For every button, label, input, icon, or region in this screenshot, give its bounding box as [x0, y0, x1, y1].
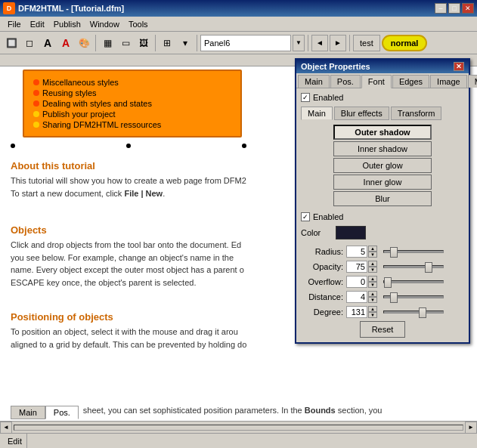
inner-shadow-btn[interactable]: Inner shadow — [333, 141, 432, 156]
tab-pos[interactable]: Pos. — [330, 75, 361, 88]
obj-props-title-text: Object Properties — [301, 62, 370, 71]
menu-publish[interactable]: Publish — [49, 18, 85, 30]
color-row: Color — [301, 226, 464, 239]
overflow-slider-track[interactable] — [383, 280, 444, 283]
effect-tab-blur[interactable]: Blur effects — [334, 107, 389, 120]
opacity-input[interactable] — [346, 261, 367, 273]
bullet-icon — [33, 111, 39, 117]
tab-image[interactable]: Image — [430, 75, 467, 88]
degree-up[interactable]: ▲ — [368, 306, 377, 312]
toolbar-dropdown[interactable]: ▾ — [177, 35, 194, 51]
scroll-right-btn[interactable]: ► — [465, 422, 477, 434]
toolbar-btn-img[interactable]: 🖼 — [135, 35, 152, 51]
main-area: Miscellaneous styles Reusing styles Deal… — [0, 54, 477, 448]
status-edit: Edit — [3, 434, 27, 448]
list-item: Reusing styles — [33, 88, 231, 98]
opacity-slider-track[interactable] — [383, 265, 444, 268]
toolbar-btn-a1[interactable]: A — [39, 35, 56, 51]
props-body: ✓ Enabled Main Blur effects Transform Ou… — [296, 88, 469, 342]
distance-down[interactable]: ▼ — [368, 297, 377, 303]
outer-glow-btn[interactable]: Outer glow — [333, 158, 432, 173]
maximize-button[interactable]: □ — [448, 3, 460, 14]
opacity-label: Opacity: — [301, 262, 346, 271]
overflow-down[interactable]: ▼ — [368, 282, 377, 288]
dot-marker-2 — [126, 144, 131, 148]
toolbar-btn-a2[interactable]: A — [57, 35, 74, 51]
distance-input[interactable] — [346, 291, 367, 303]
toolbar-sep-5 — [349, 35, 350, 51]
list-item: Miscellaneous styles — [33, 77, 231, 88]
tab-font[interactable]: Font — [361, 75, 392, 88]
blur-btn[interactable]: Blur — [333, 191, 432, 206]
outer-shadow-btn[interactable]: Outer shadow — [333, 125, 432, 140]
panel-combo[interactable] — [200, 35, 291, 51]
overflow-slider-thumb[interactable] — [384, 277, 392, 288]
toolbar-btn-1[interactable]: 🔲 — [3, 35, 20, 51]
effect-tab-transform[interactable]: Transform — [391, 107, 442, 120]
tab-main[interactable]: Main — [11, 406, 45, 419]
nav-left-btn[interactable]: ◄ — [311, 35, 328, 51]
degree-label: Degree: — [301, 307, 346, 317]
tab-edges[interactable]: Edges — [392, 75, 429, 88]
toolbar-btn-5[interactable]: ⊞ — [159, 35, 175, 51]
normal-button[interactable]: normal — [382, 35, 428, 51]
toolbar-btn-rect[interactable]: ▭ — [117, 35, 134, 51]
opacity-slider-thumb[interactable] — [425, 262, 432, 273]
opacity-value: ▲ ▼ — [346, 261, 444, 273]
tab-misc[interactable]: Misc — [468, 75, 477, 88]
tab-main[interactable]: Main — [298, 75, 330, 88]
radius-slider-thumb[interactable] — [390, 247, 398, 258]
minimize-button[interactable]: – — [435, 3, 447, 14]
distance-slider-thumb[interactable] — [390, 292, 398, 303]
degree-input[interactable] — [346, 306, 367, 318]
menu-tools[interactable]: Tools — [124, 18, 153, 30]
toolbar-sep-2 — [155, 35, 156, 51]
scroll-left-btn[interactable]: ◄ — [0, 422, 12, 434]
degree-slider-thumb[interactable] — [419, 307, 426, 318]
effects-enabled-label: Enabled — [313, 93, 343, 102]
effects-enabled-row: ✓ Enabled — [301, 93, 464, 102]
test-button[interactable]: test — [353, 35, 380, 51]
degree-slider-track[interactable] — [383, 311, 444, 314]
bottom-tabs-area: Main Pos. sheet, you can set sophisticat… — [0, 404, 477, 420]
color-swatch[interactable] — [336, 226, 366, 239]
menu-window[interactable]: Window — [85, 18, 124, 30]
panel-combo-arrow[interactable]: ▼ — [293, 35, 305, 51]
toolbar-btn-color[interactable]: 🎨 — [76, 35, 92, 51]
distance-value: ▲ ▼ — [346, 291, 444, 303]
reset-button[interactable]: Reset — [360, 321, 405, 338]
opacity-down[interactable]: ▼ — [368, 267, 377, 273]
effects-enabled-checkbox[interactable]: ✓ — [301, 93, 310, 102]
radius-down[interactable]: ▼ — [368, 252, 377, 258]
menu-bar: File Edit Publish Window Tools — [0, 17, 477, 32]
overflow-up[interactable]: ▲ — [368, 276, 377, 282]
menu-file[interactable]: File — [3, 18, 26, 30]
radius-input[interactable] — [346, 246, 367, 258]
degree-row: Degree: ▲ ▼ — [301, 306, 464, 318]
effect-tab-main[interactable]: Main — [301, 107, 333, 120]
menu-edit[interactable]: Edit — [26, 18, 49, 30]
overflow-input[interactable] — [346, 276, 367, 288]
radius-up[interactable]: ▲ — [368, 246, 377, 252]
status-bar: Edit — [0, 433, 477, 448]
toolbar-btn-grid[interactable]: ▦ — [99, 35, 116, 51]
distance-up[interactable]: ▲ — [368, 291, 377, 297]
distance-spinner: ▲ ▼ — [368, 291, 377, 303]
close-button[interactable]: ✕ — [462, 3, 474, 14]
dot-marker-3 — [242, 144, 246, 148]
toolbar-btn-2[interactable]: ◻ — [21, 35, 38, 51]
radius-value: ▲ ▼ — [346, 246, 444, 258]
scrollbar-horizontal[interactable]: ◄ ► — [0, 421, 477, 433]
tab-pos[interactable]: Pos. — [45, 406, 79, 419]
inner-glow-btn[interactable]: Inner glow — [333, 175, 432, 190]
distance-slider-track[interactable] — [383, 295, 444, 298]
effect-enabled-checkbox[interactable]: ✓ — [301, 212, 310, 221]
opacity-up[interactable]: ▲ — [368, 261, 377, 267]
dot-marker-1 — [11, 144, 15, 148]
radius-slider-track[interactable] — [383, 250, 444, 253]
shadow-type-buttons: Outer shadow Inner shadow Outer glow Inn… — [301, 125, 464, 206]
obj-props-close-button[interactable]: ✕ — [454, 62, 464, 71]
toolbar: 🔲 ◻ A A 🎨 ▦ ▭ 🖼 ⊞ ▾ ▼ ◄ ► test normal — [0, 32, 477, 54]
degree-down[interactable]: ▼ — [368, 312, 377, 318]
nav-right-btn[interactable]: ► — [330, 35, 346, 51]
